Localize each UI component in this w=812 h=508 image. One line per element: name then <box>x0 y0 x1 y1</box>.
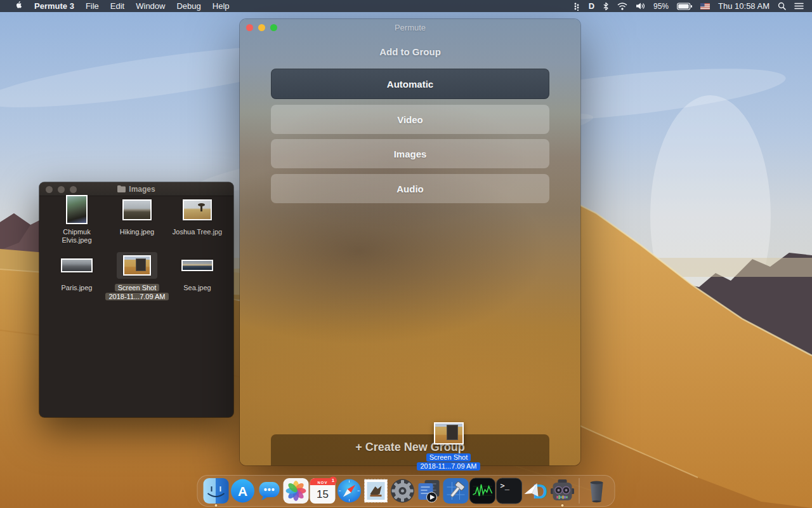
dock-icon-finder[interactable] <box>204 478 229 504</box>
dots-icon[interactable] <box>571 0 582 12</box>
volume-icon[interactable] <box>634 0 647 12</box>
svg-text:NOV: NOV <box>317 481 327 485</box>
file-hiking[interactable]: Hiking.jpeg <box>104 191 170 236</box>
dock-icon-terminal[interactable]: >_ <box>497 478 522 504</box>
group-button-images[interactable]: Images <box>271 139 549 168</box>
thumbnail-hiking <box>122 199 152 220</box>
svg-text:>_: >_ <box>501 481 510 490</box>
dock: A NOV 15 1 <box>197 475 615 507</box>
drag-ghost-label: 2018-11...7.09 AM <box>417 462 480 471</box>
group-button-audio[interactable]: Audio <box>271 174 549 203</box>
file-label: Elvis.jpeg <box>44 236 110 244</box>
downie-menu-icon[interactable]: D <box>587 0 596 12</box>
menu-app-name[interactable]: Permute 3 <box>29 0 80 12</box>
battery-percent: 95% <box>652 0 671 12</box>
thumbnail-screen-shot <box>123 255 151 276</box>
dock-icon-mail[interactable] <box>363 478 389 504</box>
input-flag-icon[interactable] <box>698 0 712 12</box>
dock-icon-photos[interactable] <box>284 478 309 504</box>
bluetooth-icon[interactable] <box>601 0 611 12</box>
thumbnail-joshua-tree <box>183 199 212 220</box>
dock-icon-trash[interactable] <box>584 478 609 504</box>
file-label: Chipmuk <box>44 228 110 236</box>
file-paris[interactable]: Paris.jpeg <box>44 247 110 292</box>
add-to-group-heading: Add to Group <box>240 46 580 57</box>
dock-icon-activity-monitor[interactable] <box>470 478 495 504</box>
menu-window[interactable]: Window <box>130 0 171 12</box>
permute-window-title: Permute <box>240 23 580 32</box>
file-sea[interactable]: Sea.jpeg <box>164 247 230 292</box>
group-button-automatic[interactable]: Automatic <box>271 69 549 99</box>
dock-icon-safari[interactable] <box>337 478 362 504</box>
thumbnail-paris <box>61 258 93 272</box>
battery-icon[interactable] <box>675 0 694 12</box>
file-screen-shot-selected[interactable]: Screen Shot 2018-11...7.09 AM <box>104 247 170 301</box>
permute-window: Permute Add to Group Automatic Video Ima… <box>240 19 580 465</box>
menu-help[interactable]: Help <box>207 0 235 12</box>
svg-text:1: 1 <box>332 478 335 483</box>
file-label: Joshua Tree.jpg <box>164 228 230 236</box>
drag-ghost-thumbnail <box>434 422 464 444</box>
spotlight-icon[interactable] <box>776 0 788 12</box>
menu-file[interactable]: File <box>80 0 105 12</box>
dock-icon-system-preferences[interactable] <box>390 478 416 504</box>
thumbnail-sea <box>181 260 213 271</box>
dock-icon-messages[interactable] <box>257 478 282 504</box>
drag-ghost-screen-shot[interactable]: Screen Shot 2018-11...7.09 AM <box>400 422 497 471</box>
file-label: Hiking.jpeg <box>104 228 170 236</box>
menu-bar: Permute 3 File Edit Window Debug Help D … <box>0 0 812 12</box>
file-label: 2018-11...7.09 AM <box>105 293 168 300</box>
menu-debug[interactable]: Debug <box>171 0 206 12</box>
file-label: Screen Shot <box>115 284 160 291</box>
menu-clock[interactable]: Thu 10:58 AM <box>716 0 771 12</box>
file-chipmuk-elvis[interactable]: Chipmuk Elvis.jpeg <box>44 191 110 244</box>
svg-text:15: 15 <box>317 488 329 500</box>
apple-menu-icon[interactable] <box>9 0 29 12</box>
dock-icon-xcode[interactable] <box>443 478 469 504</box>
dock-icon-permute[interactable] <box>550 478 575 504</box>
dock-icon-calendar[interactable]: NOV 15 1 <box>310 478 336 504</box>
file-label: Paris.jpeg <box>44 284 110 292</box>
dock-icon-app-store[interactable]: A <box>230 478 256 504</box>
dock-icon-quicktime-player[interactable] <box>417 478 442 504</box>
drag-ghost-label: Screen Shot <box>426 453 471 462</box>
group-button-video[interactable]: Video <box>271 105 549 134</box>
dock-separator <box>579 478 580 504</box>
file-label: Sea.jpeg <box>164 284 230 292</box>
running-indicator <box>215 504 218 507</box>
notification-center-icon[interactable] <box>792 0 806 12</box>
wifi-icon[interactable] <box>615 0 629 12</box>
svg-text:A: A <box>238 484 247 498</box>
thumbnail-chipmuk <box>66 195 88 224</box>
dock-icon-downie[interactable]: D <box>523 478 549 504</box>
file-joshua-tree[interactable]: Joshua Tree.jpg <box>164 191 230 236</box>
menu-edit[interactable]: Edit <box>105 0 130 12</box>
running-indicator <box>561 504 564 507</box>
finder-window-images: Images Chipmuk Elvis.jpeg Hiking.jpeg Jo… <box>39 182 233 417</box>
